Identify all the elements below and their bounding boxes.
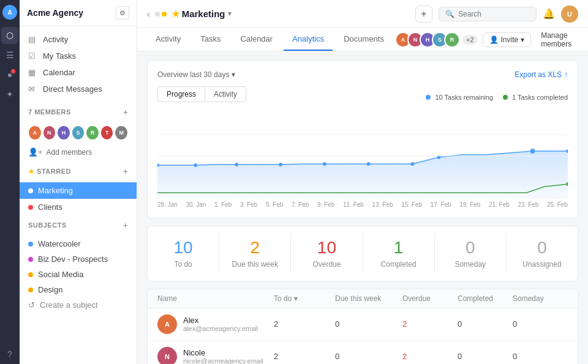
subject-watercooler[interactable]: Watercooler (20, 236, 137, 251)
subject-bizdev[interactable]: Biz Dev - Prospects (20, 251, 137, 267)
member-avatar-1[interactable]: A (28, 125, 42, 140)
page-title: ★ Marketing ▾ (172, 9, 232, 20)
xaxis-label-10: 17. Feb (431, 201, 451, 208)
nicole-due: 0 (335, 352, 402, 361)
xaxis-label-3: 3. Feb (240, 201, 257, 208)
manage-members-button[interactable]: Manage members (536, 29, 578, 51)
starred-section: ★ STARRED + (20, 162, 137, 182)
nav-icon-people[interactable]: ● (1, 66, 18, 83)
tab-member-avatars: A N H S R +2 (395, 32, 478, 48)
col-todo[interactable]: To do ▾ (274, 294, 335, 303)
stat-overdue: 10 Overdue (291, 234, 363, 273)
nicole-todo: 2 (274, 352, 335, 361)
subject-social[interactable]: Social Media (20, 267, 137, 282)
back-arrow[interactable]: ‹ (147, 9, 150, 19)
tab-calendar[interactable]: Calendar (232, 28, 281, 51)
nicole-avatar[interactable]: N (157, 347, 177, 364)
nav-icon-home[interactable]: ⬡ (1, 27, 18, 44)
nav-icon-help[interactable]: ? (7, 349, 12, 359)
member-avatar-4[interactable]: S (72, 125, 85, 140)
export-button[interactable]: Export as XLS ↑ (514, 70, 568, 79)
content-area: Overview last 30 days ▾ Export as XLS ↑ … (137, 51, 588, 364)
person-cell-alex: A Alex alex@acmeagency.email (157, 314, 274, 334)
members-section-header: 7 MEMBERS + (28, 107, 128, 117)
member-avatar-6[interactable]: T (100, 125, 114, 140)
tab-documents[interactable]: Documents (335, 28, 393, 51)
nav-icon-tasks[interactable]: ☰ (1, 46, 18, 64)
xaxis-label-7: 11. Feb (343, 201, 364, 208)
subjects-section-title: SUBJECTS (28, 221, 67, 229)
chart-area (157, 113, 568, 199)
more-members-badge[interactable]: +2 (462, 35, 478, 45)
invite-button[interactable]: 👤 Invite ▾ (483, 32, 532, 47)
tab-tasks[interactable]: Tasks (192, 28, 229, 51)
member-avatar-3[interactable]: H (57, 125, 70, 140)
sidebar-item-mytasks[interactable]: ☑ My Tasks (20, 48, 137, 64)
star-icon[interactable]: ★ (172, 9, 179, 20)
subject-design[interactable]: Design (20, 282, 137, 297)
stat-todo-label: To do (155, 260, 211, 269)
stat-todo-value: 10 (155, 239, 211, 258)
create-subject-icon: ↺ (28, 300, 35, 310)
user-avatar[interactable]: U (561, 6, 578, 23)
activity-label: Activity (43, 35, 68, 44)
xaxis-label-4: 5. Feb (266, 201, 283, 208)
sidebar-item-calendar[interactable]: ▦ Calendar (20, 64, 137, 81)
nicole-email: nicole@acmeagency.email (183, 357, 263, 364)
search-box[interactable]: 🔍 (439, 7, 537, 21)
create-subject-label: Create a subject (40, 300, 98, 310)
blue-dot-8 (530, 149, 535, 154)
mytasks-label: My Tasks (43, 51, 76, 61)
starred-item-clients[interactable]: Clients (20, 199, 137, 215)
chart-tabs: Progress Activity (157, 86, 246, 102)
create-subject-button[interactable]: ↺ Create a subject (20, 297, 137, 313)
design-dot (28, 288, 33, 292)
page-title-text: Marketing (182, 9, 225, 19)
subjects-add-icon[interactable]: + (123, 220, 128, 230)
top-bar-right: + 🔍 🔔 U (415, 6, 578, 23)
starred-add-icon[interactable]: + (123, 166, 128, 176)
marketing-label: Marketing (38, 186, 73, 195)
search-input[interactable] (458, 10, 530, 18)
chart-tab-progress[interactable]: Progress (157, 86, 205, 102)
completed-dot (503, 95, 508, 100)
new-item-button[interactable]: + (415, 6, 432, 23)
gear-button[interactable]: ⚙ (116, 6, 129, 20)
xaxis-label-11: 19. Feb (459, 201, 480, 208)
remaining-dot (426, 95, 431, 100)
notifications-bell-icon[interactable]: 🔔 (543, 8, 555, 20)
top-bar: ‹ ★ Marketing ▾ + 🔍 🔔 U (137, 0, 588, 28)
chart-svg (157, 113, 568, 199)
nav-icon-messages[interactable]: ✦ (1, 86, 18, 103)
legend-completed: 1 Tasks completed (503, 94, 568, 101)
xaxis-label-12: 21. Feb (489, 201, 510, 208)
blue-dot-5 (367, 162, 371, 166)
sidebar-item-activity[interactable]: ▤ Activity (20, 31, 137, 48)
member-avatar-5[interactable]: R (86, 125, 99, 140)
add-members-button[interactable]: 👤+ Add members (20, 145, 137, 162)
member-avatar-2[interactable]: N (43, 125, 56, 140)
member-avatar-7[interactable]: M (115, 125, 128, 140)
watercooler-dot (28, 242, 33, 247)
add-members-label: Add members (47, 148, 92, 157)
starred-item-marketing[interactable]: Marketing (20, 182, 137, 199)
tab-activity[interactable]: Activity (147, 28, 189, 51)
title-chevron-icon[interactable]: ▾ (228, 10, 232, 18)
xaxis-label-14: 25. Feb (547, 201, 568, 208)
alex-avatar[interactable]: A (157, 314, 177, 334)
stat-someday-value: 0 (442, 239, 499, 258)
sidebar-item-messages[interactable]: ✉ Direct Messages (20, 81, 137, 97)
status-dots (155, 12, 167, 17)
chart-card: Overview last 30 days ▾ Export as XLS ↑ … (147, 60, 578, 218)
tab-avatar-5[interactable]: R (444, 32, 460, 48)
blue-dot-2 (235, 163, 238, 166)
stat-unassigned-label: Unassigned (514, 260, 570, 269)
icon-sidebar: A ⬡ ☰ ● ✦ ? (0, 0, 20, 364)
add-member-icon[interactable]: + (123, 107, 128, 117)
tab-analytics[interactable]: Analytics (284, 28, 333, 51)
stat-unassigned-value: 0 (514, 239, 570, 258)
dot-yellow (162, 12, 167, 17)
xaxis-label-6: 9. Feb (317, 201, 334, 208)
chart-tab-activity[interactable]: Activity (205, 86, 246, 102)
overview-label[interactable]: Overview last 30 days ▾ (157, 70, 235, 79)
